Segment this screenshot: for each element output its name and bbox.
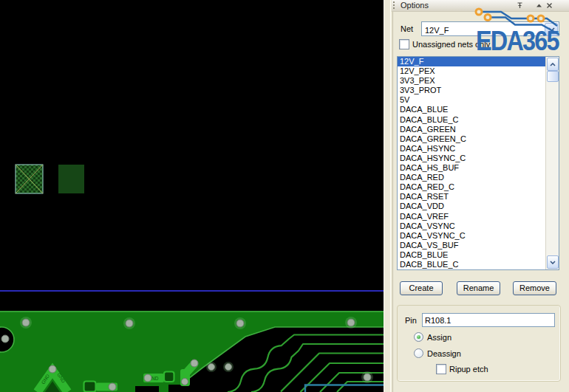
- unassigned-nets-label: Unassigned nets only: [412, 40, 490, 49]
- via: [206, 362, 217, 372]
- close-icon[interactable]: [545, 1, 554, 10]
- remove-button[interactable]: Remove: [513, 281, 556, 295]
- ripup-etch-checkbox[interactable]: [436, 364, 446, 374]
- net-list-item[interactable]: 3V3_PEX: [398, 76, 546, 86]
- net-list-item[interactable]: DACA_VS_BUF: [398, 241, 546, 250]
- pin-input[interactable]: [422, 313, 555, 327]
- pcb-canvas[interactable]: GND GND GND: [0, 0, 384, 392]
- options-panel: Options Net Unassigned nets only: [384, 0, 569, 392]
- net-list-item[interactable]: DACA_VREF: [398, 212, 546, 221]
- net-list-item[interactable]: DACA_VSYNC: [398, 221, 546, 231]
- net-list-item[interactable]: DACA_BLUE_C: [398, 115, 546, 125]
- solid-pad[interactable]: [58, 165, 84, 193]
- via: [361, 371, 373, 383]
- net-combo-value[interactable]: [422, 22, 548, 37]
- create-button[interactable]: Create: [400, 281, 443, 295]
- net-list-item[interactable]: DACA_HSYNC_C: [398, 154, 546, 163]
- panel-title: Options: [401, 1, 429, 10]
- app-screen: GND GND GND: [0, 0, 569, 392]
- ripup-etch-label: Ripup etch: [449, 365, 488, 374]
- net-list-item[interactable]: 12V_PEX: [398, 66, 546, 76]
- via: [20, 317, 32, 329]
- net-list-item[interactable]: DACA_GREEN: [398, 125, 546, 134]
- net-list-item[interactable]: DACA_HS_BUF: [398, 163, 546, 173]
- via: [234, 317, 246, 329]
- pin-groupbox: Pin Assign Deassign Ripup etch: [397, 305, 561, 382]
- via: [191, 360, 198, 367]
- pin-label: Pin: [405, 316, 417, 325]
- net-list-item[interactable]: DACA_VSYNC_C: [398, 231, 546, 241]
- deassign-radio[interactable]: [414, 348, 423, 358]
- deassign-label: Deassign: [427, 349, 461, 358]
- pin-icon[interactable]: [516, 1, 525, 10]
- collapse-icon[interactable]: [535, 1, 544, 10]
- rename-button[interactable]: Rename: [457, 281, 500, 295]
- via: [223, 362, 234, 372]
- net-list-item[interactable]: DACB_BLUE_C: [398, 260, 546, 269]
- selected-pad[interactable]: [16, 165, 43, 193]
- aux-trace-teal: [305, 385, 384, 392]
- net-list-item[interactable]: 3V3_PROT: [398, 86, 546, 95]
- net-list-item[interactable]: DACA_GREEN_C: [398, 134, 546, 144]
- net-list-item[interactable]: 5V: [398, 95, 546, 105]
- via: [182, 379, 188, 385]
- chevron-down-icon[interactable]: [545, 23, 558, 36]
- via: [1, 335, 9, 343]
- scrollbar-thumb[interactable]: [547, 71, 559, 82]
- net-list: 12V_F 12V_PEX 3V3_PEX 3V3_PROT 5V DACA_B…: [398, 57, 546, 269]
- via: [49, 365, 56, 373]
- via: [123, 317, 135, 329]
- scroll-down-icon[interactable]: [547, 255, 559, 269]
- net-list-item[interactable]: DACA_VDD: [398, 202, 546, 211]
- scrollbar[interactable]: [545, 57, 559, 269]
- net-combobox[interactable]: [421, 21, 559, 36]
- panel-splitter[interactable]: [390, 0, 393, 392]
- via: [144, 374, 151, 382]
- net-label: Net: [401, 24, 413, 33]
- signal-traces: [228, 335, 384, 392]
- net-list-item[interactable]: DACA_BLUE: [398, 105, 546, 114]
- net-list-item[interactable]: DACB_BLUE: [398, 250, 546, 260]
- unassigned-nets-checkbox[interactable]: [399, 39, 409, 49]
- net-list-item[interactable]: DACA_RED_C: [398, 182, 546, 192]
- net-list-item[interactable]: DACA_HSYNC: [398, 144, 546, 154]
- via: [109, 383, 116, 391]
- via: [345, 317, 357, 329]
- assign-label: Assign: [427, 333, 452, 342]
- scroll-up-icon[interactable]: [547, 58, 559, 71]
- panel-titlebar: Options: [392, 0, 569, 12]
- drag-grip[interactable]: [393, 1, 395, 10]
- net-listbox: 12V_F 12V_PEX 3V3_PEX 3V3_PROT 5V DACA_B…: [397, 56, 559, 270]
- net-list-item[interactable]: 12V_F: [398, 57, 546, 66]
- net-list-item[interactable]: DACA_RED: [398, 173, 546, 182]
- net-list-item[interactable]: DACA_RSET: [398, 192, 546, 202]
- pcb-drawing: GND GND GND: [0, 0, 384, 392]
- assign-radio[interactable]: [414, 332, 423, 342]
